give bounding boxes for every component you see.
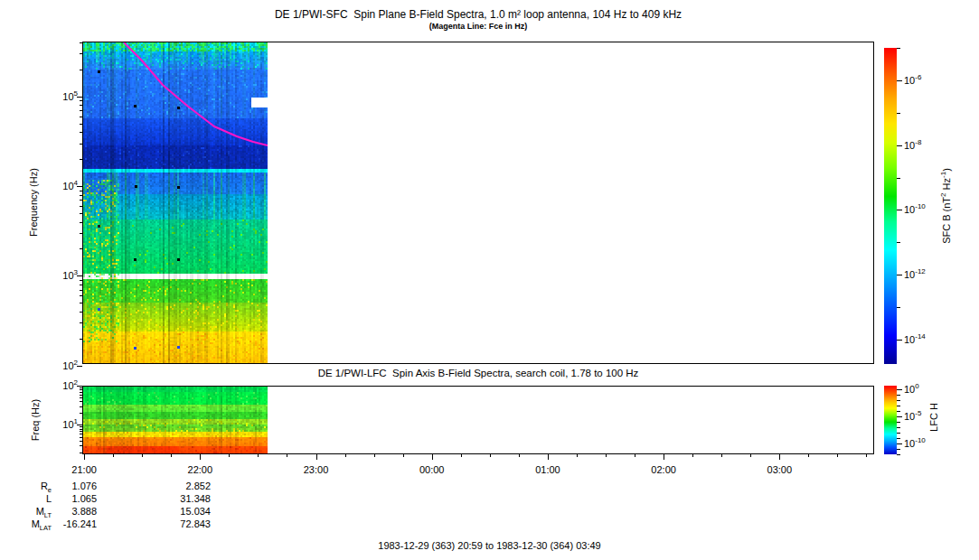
log-tick-label: 105 <box>62 89 78 102</box>
tick-mark <box>84 454 85 460</box>
plot-subtitle: (Magenta Line: Fce in Hz) <box>0 22 956 31</box>
tick-mark <box>80 195 82 196</box>
tick-mark <box>258 454 259 457</box>
tick-mark <box>80 413 82 414</box>
log-tick-label: 100 <box>904 382 919 395</box>
x-time-tick-label: 21:00 <box>71 464 97 475</box>
orbit-row-label: Re <box>0 481 52 494</box>
tick-mark <box>80 233 82 234</box>
tick-mark <box>80 42 82 43</box>
tick-mark <box>897 454 900 455</box>
orbit-row-l: L 1.065 31.348 <box>0 493 226 506</box>
tick-mark <box>80 280 82 281</box>
tick-mark <box>80 117 82 117</box>
tick-mark <box>577 454 578 457</box>
tick-mark <box>897 411 900 412</box>
tick-mark <box>200 454 201 460</box>
tick-mark <box>80 392 82 393</box>
tick-mark <box>287 454 287 457</box>
log-tick-label: 10-10 <box>904 436 926 449</box>
orbit-row-mlat: MLAT -16.241 72.843 <box>0 518 226 531</box>
tick-mark <box>80 429 82 430</box>
tick-mark <box>897 406 900 406</box>
tick-mark <box>142 454 143 457</box>
log-tick-label: 10-12 <box>904 267 926 280</box>
orbit-value-col1: 1.076 <box>52 481 97 491</box>
log-tick-label: 101 <box>62 417 78 430</box>
orbit-value-col2: 72.843 <box>97 518 211 529</box>
tick-mark <box>80 132 82 133</box>
tick-mark <box>80 453 82 453</box>
log-tick-label: 10-8 <box>904 138 921 151</box>
tick-mark <box>80 406 82 407</box>
tick-mark <box>80 222 82 223</box>
tick-mark <box>80 105 82 106</box>
tick-mark <box>80 339 82 340</box>
orbit-row-label: MLT <box>0 506 52 519</box>
tick-mark <box>897 449 900 450</box>
tick-mark <box>80 441 82 442</box>
tick-mark <box>897 443 902 444</box>
tick-mark <box>897 416 902 417</box>
tick-mark <box>80 144 82 145</box>
tick-mark <box>80 434 82 434</box>
tick-mark <box>80 295 82 296</box>
tick-mark <box>897 178 900 179</box>
orbit-value-col2: 15.034 <box>97 506 211 517</box>
tick-mark <box>80 124 82 125</box>
orbit-value-col1: 1.065 <box>52 493 97 504</box>
tick-mark <box>374 454 375 457</box>
tick-mark <box>897 307 900 308</box>
sfc-colorbar <box>884 48 897 364</box>
tick-mark <box>779 454 780 460</box>
x-time-tick-label: 03:00 <box>767 464 793 475</box>
tick-mark <box>808 454 809 457</box>
tick-mark <box>80 401 82 402</box>
tick-mark <box>80 312 82 313</box>
x-time-tick-label: 02:00 <box>651 464 676 475</box>
tick-mark <box>80 290 82 291</box>
tick-mark <box>897 113 900 114</box>
tick-mark <box>80 70 82 70</box>
tick-mark <box>80 206 82 207</box>
x-time-tick-label: 00:00 <box>419 464 445 475</box>
tick-mark <box>113 454 114 457</box>
tick-mark <box>80 389 82 390</box>
tick-mark <box>750 454 751 457</box>
sfc-colorbar-label: SFC B (nT2 Hz-1) <box>939 116 952 296</box>
orbit-row-label: MLAT <box>0 518 52 532</box>
log-tick-label: 10-5 <box>904 409 921 422</box>
tick-mark <box>897 242 900 243</box>
tick-mark <box>80 159 82 160</box>
time-range-label: 1983-12-29 (363) 20:59 to 1983-12-30 (36… <box>0 540 979 551</box>
orbit-row-mlt: MLT 3.888 15.034 <box>0 506 226 518</box>
tick-mark <box>897 389 902 390</box>
tick-mark <box>866 454 867 457</box>
orbit-value-col1: -16.241 <box>52 518 97 529</box>
tick-mark <box>897 210 902 210</box>
tick-mark <box>664 454 664 460</box>
plot-title: DE 1/PWI-SFC Spin Plane B-Field Spectra,… <box>0 8 956 21</box>
tick-mark <box>548 454 549 460</box>
tick-mark <box>80 200 82 201</box>
x-time-tick-label: 01:00 <box>535 464 560 475</box>
lfc-colorbar-label: LFC H <box>928 381 941 453</box>
x-time-tick-label: 22:00 <box>188 464 213 475</box>
log-tick-label: 102 <box>62 359 78 371</box>
sfc-y-axis-label: Frequency (Hz) <box>28 67 41 338</box>
tick-mark <box>897 433 900 434</box>
tick-mark <box>897 48 900 49</box>
lfc-plot-title: DE 1/PWI-LFC Spin Axis B-Field Spectra, … <box>82 368 874 378</box>
spectrogram-page: { "header": { "title": "DE 1/PWI-SFC Spi… <box>0 0 979 560</box>
tick-mark <box>80 303 82 303</box>
tick-mark <box>80 437 82 438</box>
log-tick-label: 104 <box>62 179 78 191</box>
tick-mark <box>897 427 900 428</box>
tick-mark <box>461 454 462 457</box>
tick-mark <box>606 454 607 457</box>
tick-mark <box>635 454 635 457</box>
tick-mark <box>171 454 172 457</box>
tick-mark <box>432 454 433 460</box>
log-tick-label: 10-6 <box>904 73 921 86</box>
log-tick-label: 102 <box>62 378 78 391</box>
